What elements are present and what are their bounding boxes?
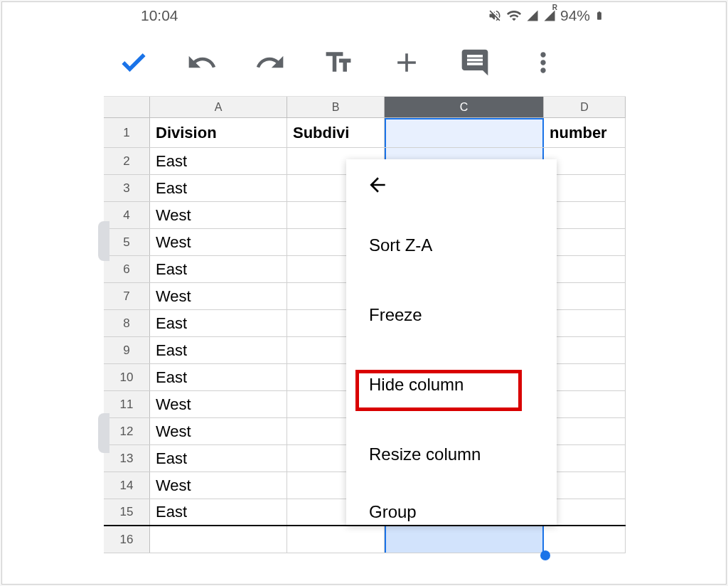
cell[interactable]: West xyxy=(150,391,287,417)
done-button[interactable] xyxy=(118,47,149,78)
wifi-icon xyxy=(506,8,522,23)
row-header[interactable]: 3 xyxy=(104,175,150,201)
status-bar: 10:04 R 94% xyxy=(104,2,626,29)
battery-percent: 94% xyxy=(560,7,590,24)
row-header[interactable]: 16 xyxy=(104,526,150,553)
col-header-b[interactable]: B xyxy=(287,97,385,117)
signal-r-icon: R xyxy=(543,9,556,22)
context-menu: Sort Z-A Freeze Hide column Resize colum… xyxy=(346,159,557,525)
row-header[interactable]: 15 xyxy=(104,499,150,525)
cell[interactable]: East xyxy=(150,445,287,472)
row-header[interactable]: 9 xyxy=(104,337,150,363)
col-header-d[interactable]: D xyxy=(544,97,626,117)
row-header[interactable]: 12 xyxy=(104,418,150,444)
battery-icon xyxy=(594,8,604,23)
row-header[interactable]: 1 xyxy=(104,118,150,147)
menu-freeze[interactable]: Freeze xyxy=(346,280,557,350)
cell[interactable]: East xyxy=(150,148,287,174)
cell[interactable] xyxy=(385,118,544,147)
cell[interactable]: East xyxy=(150,499,287,525)
more-button[interactable] xyxy=(528,47,559,78)
cell[interactable]: West xyxy=(150,202,287,228)
cell[interactable]: West xyxy=(150,283,287,309)
signal-icon xyxy=(526,9,539,22)
add-button[interactable] xyxy=(391,47,422,78)
row-header[interactable]: 10 xyxy=(104,364,150,390)
cell[interactable]: East xyxy=(150,256,287,282)
cell[interactable]: East xyxy=(150,364,287,390)
row-header[interactable]: 5 xyxy=(104,229,150,255)
row-header[interactable]: 4 xyxy=(104,202,150,228)
cell[interactable]: Division xyxy=(150,118,287,147)
format-button[interactable] xyxy=(323,47,354,78)
menu-back-button[interactable] xyxy=(346,159,557,211)
row-header[interactable]: 6 xyxy=(104,256,150,282)
freeze-handle-bottom[interactable] xyxy=(98,413,109,453)
column-headers: A B C D xyxy=(104,97,626,118)
menu-resize-column[interactable]: Resize column xyxy=(346,420,557,489)
cell[interactable]: East xyxy=(150,337,287,363)
status-right: R 94% xyxy=(488,7,604,24)
row-header[interactable]: 7 xyxy=(104,283,150,309)
mute-icon xyxy=(488,9,502,23)
row-header[interactable]: 8 xyxy=(104,310,150,336)
toolbar xyxy=(104,29,626,97)
menu-group[interactable]: Group xyxy=(346,489,557,525)
row-header[interactable]: 11 xyxy=(104,391,150,417)
status-time: 10:04 xyxy=(141,7,178,24)
comment-button[interactable] xyxy=(459,47,491,78)
row-header[interactable]: 2 xyxy=(104,148,150,174)
cell[interactable]: West xyxy=(150,229,287,255)
freeze-handle-top[interactable] xyxy=(98,221,109,261)
menu-hide-column[interactable]: Hide column xyxy=(346,350,557,420)
cell[interactable]: number xyxy=(544,118,626,147)
cell[interactable] xyxy=(544,526,626,553)
cell[interactable] xyxy=(287,526,385,553)
cell[interactable]: Subdivi xyxy=(287,118,385,147)
redo-button[interactable] xyxy=(255,47,286,78)
cell[interactable]: West xyxy=(150,472,287,499)
row-1: 1 Division Subdivi number xyxy=(104,118,626,148)
cell[interactable]: East xyxy=(150,175,287,201)
cell[interactable] xyxy=(385,526,544,553)
row-16: 16 xyxy=(104,526,626,553)
row-header[interactable]: 13 xyxy=(104,445,150,472)
col-header-c[interactable]: C xyxy=(385,97,544,117)
col-header-a[interactable]: A xyxy=(150,97,287,117)
selection-handle-bottom[interactable] xyxy=(540,550,550,560)
undo-button[interactable] xyxy=(186,47,218,78)
row-header[interactable]: 14 xyxy=(104,472,150,499)
cell[interactable] xyxy=(150,526,287,553)
cell[interactable]: East xyxy=(150,310,287,336)
corner-cell[interactable] xyxy=(104,97,150,117)
menu-sort-za[interactable]: Sort Z-A xyxy=(346,211,557,280)
cell[interactable]: West xyxy=(150,418,287,444)
